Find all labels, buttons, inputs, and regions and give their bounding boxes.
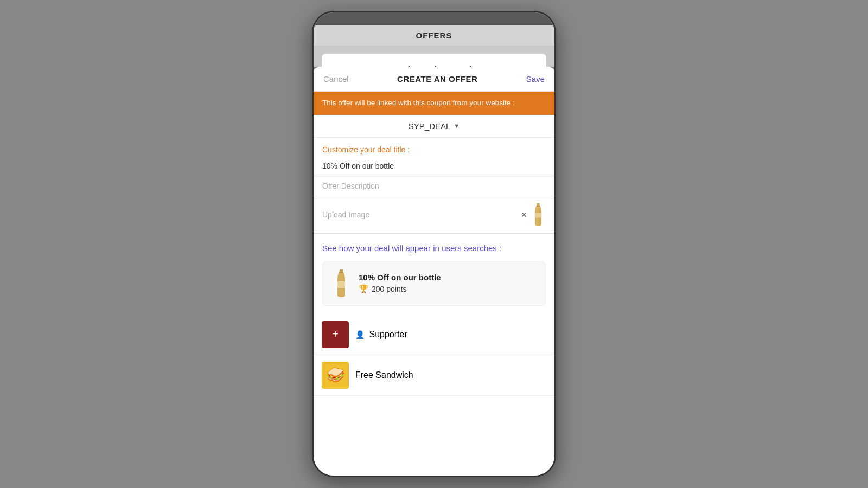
orange-banner: This offer will be linked with this coup…: [314, 92, 554, 115]
preview-bottle-image: [331, 269, 351, 298]
app-header-title: OFFERS: [416, 31, 452, 40]
modal-overlay: Cancel CREATE AN OFFER Save This offer w…: [314, 67, 554, 476]
svg-rect-5: [339, 272, 343, 273]
coupon-dropdown-icon[interactable]: ▼: [454, 123, 459, 129]
svg-rect-0: [537, 203, 539, 206]
bg-list-item-supporter: + 👤 Supporter: [314, 314, 554, 355]
preview-card: 10% Off on our bottle 🏆 200 points: [322, 261, 546, 306]
upload-right: ✕: [521, 203, 546, 227]
offer-description-input[interactable]: [314, 176, 554, 196]
supporter-label: Supporter: [369, 330, 407, 339]
modal-header: Cancel CREATE AN OFFER Save: [314, 67, 554, 92]
supporter-item-text: 👤 Supporter: [355, 330, 407, 339]
modal-body: This offer will be linked with this coup…: [314, 92, 554, 476]
preview-section: See how your deal will appear in users s…: [314, 234, 554, 314]
customize-label: Customize your deal title :: [314, 138, 554, 156]
preview-deal-title: 10% Off on our bottle: [359, 273, 537, 282]
trophy-icon: 🏆: [359, 284, 369, 294]
modal-title: CREATE AN OFFER: [397, 74, 477, 84]
app-header: OFFERS: [314, 25, 554, 46]
sandwich-label: Free Sandwich: [355, 370, 413, 380]
sandwich-thumbnail: 🥪: [322, 362, 349, 389]
coupon-value: SYP_DEAL: [409, 121, 451, 131]
remove-image-button[interactable]: ✕: [521, 210, 527, 219]
upload-image-row[interactable]: Upload Image ✕: [314, 196, 554, 234]
preview-link-text[interactable]: See how your deal will appear in users s…: [322, 242, 546, 254]
deal-title-input[interactable]: [314, 156, 554, 176]
save-button[interactable]: Save: [526, 74, 545, 84]
banner-text: This offer will be linked with this coup…: [322, 99, 515, 107]
coupon-row[interactable]: SYP_DEAL ▼: [314, 115, 554, 138]
modal: Cancel CREATE AN OFFER Save This offer w…: [314, 67, 554, 476]
upload-image-label: Upload Image: [322, 210, 369, 219]
bg-list-item-sandwich: 🥪 Free Sandwich: [314, 355, 554, 396]
preview-points-value: 200 points: [372, 285, 407, 293]
preview-points: 🏆 200 points: [359, 284, 537, 294]
svg-rect-3: [535, 213, 541, 217]
svg-rect-7: [338, 282, 344, 287]
svg-rect-4: [340, 269, 343, 272]
status-bar: [314, 12, 554, 25]
cancel-button[interactable]: Cancel: [323, 74, 349, 84]
user-icon: 👤: [355, 330, 365, 339]
supporter-thumbnail: +: [322, 321, 349, 348]
uploaded-image-preview: [531, 203, 546, 227]
device-frame: OFFERS Redemption Code This code will be…: [312, 11, 556, 477]
svg-rect-1: [537, 205, 540, 207]
preview-info: 10% Off on our bottle 🏆 200 points: [359, 273, 537, 294]
